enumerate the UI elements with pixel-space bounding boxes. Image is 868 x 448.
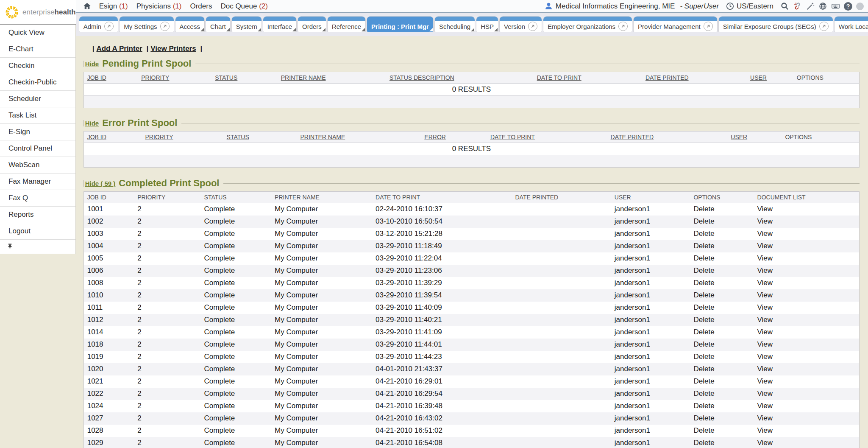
delete-link[interactable]: Delete — [693, 328, 714, 336]
tab-menu-corner-icon[interactable] — [494, 28, 498, 31]
view-link[interactable]: View — [757, 316, 773, 324]
tab-printing-print-mgr[interactable]: Printing : Print Mgr — [367, 17, 433, 32]
delete-link[interactable]: Delete — [693, 377, 714, 385]
tab-access[interactable]: Access — [175, 17, 204, 32]
help-icon[interactable]: ? — [844, 2, 852, 11]
col-status[interactable]: STATUS — [201, 192, 272, 203]
col-priority[interactable]: PRIORITY — [142, 132, 223, 143]
tab-system[interactable]: System — [232, 17, 262, 32]
view-link[interactable]: View — [757, 377, 773, 385]
view-link[interactable]: View — [757, 230, 773, 238]
timezone-widget[interactable]: US/Eastern — [726, 2, 773, 11]
col-printer-name[interactable]: PRINTER NAME — [271, 192, 372, 203]
sidebar-item-checkin[interactable]: Checkin — [0, 58, 75, 74]
tab-reference[interactable]: Reference — [328, 17, 365, 32]
sidebar-item-checkin-public[interactable]: Checkin-Public — [0, 74, 75, 91]
col-date-printed[interactable]: DATE PRINTED — [607, 132, 728, 143]
add-a-printer-link[interactable]: Add A Printer — [96, 45, 142, 53]
view-link[interactable]: View — [757, 402, 773, 410]
tab-employer-organizations[interactable]: Employer Organizations — [543, 17, 632, 32]
col-printer-name[interactable]: PRINTER NAME — [278, 72, 386, 84]
view-link[interactable]: View — [757, 254, 773, 262]
col-printer-name[interactable]: PRINTER NAME — [297, 132, 421, 143]
col-job-id[interactable]: JOB ID — [83, 132, 142, 143]
tab-my-settings[interactable]: My Settings — [120, 17, 173, 32]
delete-link[interactable]: Delete — [693, 217, 714, 225]
sidebar-item-fax-q[interactable]: Fax Q — [0, 190, 75, 207]
sidebar-item-control-panel[interactable]: Control Panel — [0, 140, 75, 157]
col-priority[interactable]: PRIORITY — [138, 72, 211, 84]
tab-provider-management[interactable]: Provider Management — [634, 17, 717, 32]
external-link-icon[interactable] — [528, 22, 537, 31]
col-job-id[interactable]: JOB ID — [83, 192, 134, 203]
col-date-printed[interactable]: DATE PRINTED — [642, 72, 747, 84]
col-date-printed[interactable]: DATE PRINTED — [512, 192, 611, 203]
col-document-list[interactable]: DOCUMENT LIST — [754, 192, 860, 203]
tab-menu-corner-icon[interactable] — [322, 28, 326, 31]
col-status[interactable]: STATUS — [223, 132, 297, 143]
menu-orders[interactable]: Orders — [190, 2, 212, 11]
delete-link[interactable]: Delete — [693, 439, 714, 447]
delete-link[interactable]: Delete — [693, 254, 714, 262]
globe-icon[interactable] — [818, 2, 827, 11]
tab-chart[interactable]: Chart — [206, 17, 230, 32]
view-link[interactable]: View — [757, 291, 773, 299]
view-link[interactable]: View — [757, 353, 773, 361]
tab-menu-corner-icon[interactable] — [226, 28, 230, 31]
tab-scheduling[interactable]: Scheduling — [435, 17, 475, 32]
delete-link[interactable]: Delete — [693, 340, 714, 348]
delete-link[interactable]: Delete — [693, 230, 714, 238]
home-icon[interactable] — [83, 2, 92, 11]
delete-link[interactable]: Delete — [693, 389, 714, 398]
view-link[interactable]: View — [757, 389, 773, 398]
delete-link[interactable]: Delete — [693, 365, 714, 373]
col-user[interactable]: USER — [747, 72, 793, 84]
col-job-id[interactable]: JOB ID — [83, 72, 138, 84]
tab-work-locations[interactable]: Work Locations — [835, 17, 868, 32]
sidebar-item-quick-view[interactable]: Quick View — [0, 25, 75, 41]
view-link[interactable]: View — [757, 328, 773, 336]
delete-link[interactable]: Delete — [693, 316, 714, 324]
col-date-to-print[interactable]: DATE TO PRINT — [487, 132, 607, 143]
tab-menu-corner-icon[interactable] — [292, 28, 296, 31]
delete-link[interactable]: Delete — [693, 303, 714, 311]
external-link-icon[interactable] — [160, 22, 170, 31]
tab-orders[interactable]: Orders — [298, 17, 326, 32]
col-user[interactable]: USER — [611, 192, 690, 203]
menu-doc-queue[interactable]: Doc Queue (2) — [220, 2, 268, 11]
view-link[interactable]: View — [757, 365, 773, 373]
tab-version[interactable]: Version — [500, 17, 542, 32]
sidebar-item-scheduler[interactable]: Scheduler — [0, 91, 75, 107]
delete-link[interactable]: Delete — [693, 242, 714, 250]
delete-link[interactable]: Delete — [693, 402, 714, 410]
wand-icon[interactable] — [806, 2, 815, 11]
keyboard-icon[interactable] — [831, 2, 840, 11]
external-link-icon[interactable] — [704, 22, 713, 31]
tab-menu-corner-icon[interactable] — [471, 28, 474, 31]
col-date-to-print[interactable]: DATE TO PRINT — [534, 72, 642, 84]
sidebar-item-reports[interactable]: Reports — [0, 207, 75, 223]
tab-menu-corner-icon[interactable] — [362, 28, 365, 31]
menu-esign[interactable]: Esign (1) — [99, 2, 128, 11]
col-date-to-print[interactable]: DATE TO PRINT — [372, 192, 512, 203]
tab-menu-corner-icon[interactable] — [258, 28, 261, 31]
sidebar-item-logout[interactable]: Logout — [0, 223, 75, 240]
view-link[interactable]: View — [757, 217, 773, 225]
sidebar-item-e-chart[interactable]: E-Chart — [0, 41, 75, 58]
tab-hsp[interactable]: HSP — [476, 17, 498, 32]
tab-menu-corner-icon[interactable] — [200, 28, 204, 31]
hide-toggle[interactable]: Hide — [85, 60, 99, 67]
delete-link[interactable]: Delete — [693, 426, 714, 434]
broken-link-icon[interactable] — [793, 2, 802, 11]
sidebar-item-task-list[interactable]: Task List — [0, 107, 75, 124]
delete-link[interactable]: Delete — [693, 353, 714, 361]
view-link[interactable]: View — [757, 439, 773, 447]
view-link[interactable]: View — [757, 279, 773, 287]
col-user[interactable]: USER — [727, 132, 782, 143]
tab-similar-exposure-groups-segs[interactable]: Similar Exposure Groups (SEGs) — [719, 17, 833, 32]
col-error[interactable]: ERROR — [421, 132, 487, 143]
tab-admin[interactable]: Admin — [79, 17, 118, 32]
sidebar-item-webscan[interactable]: WebScan — [0, 157, 75, 174]
hide-toggle[interactable]: Hide — [85, 120, 99, 127]
view-printers-link[interactable]: View Printers — [150, 45, 196, 53]
